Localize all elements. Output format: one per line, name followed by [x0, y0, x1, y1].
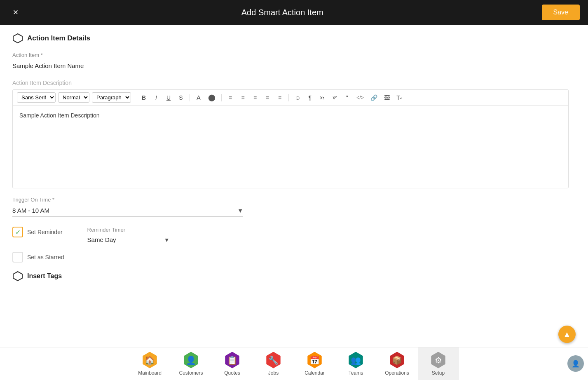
reminder-timer-select[interactable]: Same Day ▼ [87, 235, 170, 245]
action-item-label: Action Item * [12, 52, 576, 58]
set-reminder-checkbox[interactable]: ✓ [12, 227, 23, 237]
align-right-button[interactable]: ≡ [250, 93, 260, 102]
trigger-time-group: Trigger On Time * 8 AM - 10 AM ▼ [12, 197, 576, 217]
top-header: × Add Smart Action Item Save [0, 0, 588, 25]
nav-item-operations[interactable]: 📦 Operations [377, 347, 418, 380]
action-item-group: Action Item * [12, 52, 576, 72]
nav-label-quotes: Quotes [224, 370, 240, 376]
calendar-icon: 📅 [307, 352, 323, 368]
editor-body[interactable]: Sample Action Item Description [13, 106, 568, 188]
align-justify-button[interactable]: ≡ [262, 93, 272, 102]
section-header: Action Item Details [12, 33, 576, 44]
insert-tags-label: Insert Tags [27, 272, 62, 280]
subscript-button[interactable]: x₂ [317, 94, 327, 102]
section-title: Action Item Details [27, 34, 90, 42]
main-content: Action Item Details Action Item * Action… [0, 25, 588, 347]
align-center-button[interactable]: ≡ [238, 93, 248, 102]
set-reminder-label: Set Reminder [27, 229, 63, 235]
avatar: 👤 [567, 355, 584, 372]
image-button[interactable]: 🖼 [382, 93, 392, 102]
nav-label-teams: Teams [349, 370, 363, 376]
nav-label-jobs: Jobs [268, 370, 279, 376]
reminder-timer-label: Reminder Timer [87, 227, 170, 233]
highlight-button[interactable]: ⬤ [206, 92, 218, 103]
starred-item: Set as Starred [12, 252, 576, 263]
description-group: Action Item Description Sans Serif Norma… [12, 80, 576, 188]
divider-3 [221, 94, 222, 101]
description-label: Action Item Description [12, 80, 576, 86]
underline-button[interactable]: U [164, 93, 173, 102]
paragraph-select[interactable]: Paragraph [92, 92, 131, 103]
set-starred-checkbox[interactable] [12, 252, 23, 263]
nav-item-setup[interactable]: ⚙ Setup [418, 347, 459, 380]
insert-tags-row: Insert Tags [12, 271, 576, 281]
clear-format-button[interactable]: Tz [394, 93, 404, 102]
mainboard-icon: 🏠 [142, 352, 158, 368]
reminder-chevron-icon: ▼ [164, 237, 170, 243]
nav-label-calendar: Calendar [305, 370, 325, 376]
reminder-row: ✓ Set Reminder Reminder Timer Same Day ▼ [12, 227, 576, 245]
action-item-input[interactable] [12, 60, 243, 72]
teams-icon: 👥 [348, 352, 364, 368]
nav-label-customers: Customers [179, 370, 203, 376]
divider-2 [190, 94, 190, 101]
svg-marker-0 [13, 34, 22, 43]
paragraph-mark-button[interactable]: ¶ [305, 93, 315, 102]
font-size-select[interactable]: Normal [58, 92, 89, 103]
scroll-to-top-button[interactable]: ▲ [558, 326, 576, 343]
reminder-timer-value: Same Day [87, 236, 116, 243]
customers-icon: 👤 [183, 352, 199, 368]
italic-button[interactable]: I [151, 93, 161, 102]
trigger-time-value: 8 AM - 10 AM [12, 207, 49, 214]
section-icon [12, 33, 23, 44]
trigger-time-select[interactable]: 8 AM - 10 AM ▼ [12, 204, 243, 217]
align-left-button[interactable]: ≡ [225, 93, 235, 102]
nav-label-operations: Operations [385, 370, 409, 376]
reminder-timer-group: Reminder Timer Same Day ▼ [87, 227, 170, 245]
nav-item-calendar[interactable]: 📅 Calendar [294, 347, 335, 380]
check-mark-icon: ✓ [15, 228, 21, 236]
rich-text-editor: Sans Serif Normal Paragraph B I U S A ⬤ [12, 89, 569, 188]
divider-4 [288, 94, 289, 101]
insert-tags-icon [12, 271, 23, 281]
font-color-button[interactable]: A [194, 93, 204, 102]
svg-marker-1 [13, 272, 22, 281]
nav-label-setup: Setup [432, 370, 445, 376]
trigger-label: Trigger On Time * [12, 197, 576, 203]
quote-button[interactable]: " [342, 93, 352, 102]
nav-item-customers[interactable]: 👤 Customers [171, 347, 212, 380]
nav-label-mainboard: Mainboard [138, 370, 162, 376]
emoji-button[interactable]: ☺ [293, 93, 302, 102]
code-button[interactable]: </> [354, 94, 365, 102]
indent-button[interactable]: ≡ [275, 93, 285, 102]
superscript-button[interactable]: x² [330, 94, 340, 102]
divider-1 [135, 94, 135, 101]
nav-item-quotes[interactable]: 📋 Quotes [212, 347, 253, 380]
nav-item-mainboard[interactable]: 🏠 Mainboard [129, 347, 171, 380]
font-family-select[interactable]: Sans Serif [17, 92, 56, 103]
quotes-icon: 📋 [224, 352, 241, 368]
operations-icon: 📦 [389, 352, 405, 368]
set-starred-label: Set as Starred [27, 254, 64, 260]
page-title: Add Smart Action Item [241, 8, 323, 17]
bottom-navigation: 🏠 Mainboard 👤 Customers 📋 Quotes 🔧 Jobs … [0, 347, 588, 380]
bold-button[interactable]: B [139, 93, 149, 102]
editor-toolbar: Sans Serif Normal Paragraph B I U S A ⬤ [13, 90, 568, 106]
trigger-chevron-icon: ▼ [237, 207, 243, 214]
strikethrough-button[interactable]: S [176, 93, 186, 102]
setup-icon: ⚙ [430, 352, 447, 368]
nav-item-jobs[interactable]: 🔧 Jobs [253, 347, 294, 380]
nav-item-teams[interactable]: 👥 Teams [335, 347, 377, 380]
set-reminder-item: ✓ Set Reminder [12, 227, 63, 237]
bottom-divider [12, 290, 243, 290]
save-button[interactable]: Save [542, 5, 580, 20]
close-button[interactable]: × [8, 5, 23, 20]
link-button[interactable]: 🔗 [368, 93, 380, 102]
jobs-icon: 🔧 [265, 352, 282, 368]
